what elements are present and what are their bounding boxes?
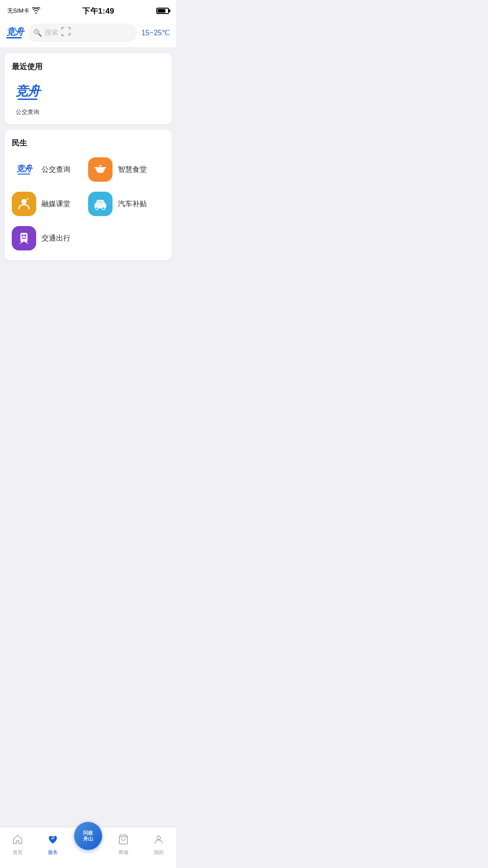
canteen-label: 智慧食堂	[118, 165, 147, 175]
car-icon-wrapper	[88, 192, 113, 216]
svg-rect-7	[22, 235, 23, 236]
status-time: 下午1:49	[82, 6, 114, 16]
scan-icon[interactable]	[61, 27, 71, 39]
bus-service-logo: 竞舟	[16, 165, 32, 175]
status-signal: 无SIM卡	[7, 7, 40, 15]
header: 竞舟 🔍 搜索 15~25℃	[0, 20, 176, 48]
recent-item-label: 公交查询	[16, 108, 39, 116]
search-bar[interactable]: 🔍 搜索	[28, 24, 137, 42]
svg-point-5	[102, 207, 105, 210]
canteen-icon-wrapper	[88, 157, 113, 182]
no-sim-text: 无SIM卡	[7, 7, 29, 15]
recent-logo-bus: 竞舟	[14, 79, 41, 105]
media-label: 融媒课堂	[42, 199, 70, 209]
minsheng-card: 民生 竞舟 公交查询	[5, 130, 172, 260]
svg-point-4	[96, 207, 99, 210]
bus-label: 公交查询	[42, 165, 70, 175]
bus-icon-wrapper: 竞舟	[12, 157, 36, 182]
bowl-svg-icon	[93, 163, 108, 176]
media-icon-wrapper	[12, 192, 36, 216]
traffic-label: 交通出行	[42, 234, 70, 243]
recent-item-bus[interactable]: 竞舟 公交查询	[12, 79, 43, 116]
search-placeholder-text: 搜索	[45, 28, 58, 37]
car-svg-icon	[93, 198, 108, 210]
service-item-traffic[interactable]: 交通出行	[12, 224, 88, 252]
service-item-bus[interactable]: 竞舟 公交查询	[12, 156, 88, 184]
logo-text: 竞舟	[6, 27, 23, 36]
battery-icon	[156, 8, 169, 14]
service-grid: 竞舟 公交查询 智慧食堂	[12, 156, 164, 252]
minsheng-title: 民生	[12, 138, 164, 148]
recent-title: 最近使用	[12, 61, 164, 72]
person-svg-icon	[17, 197, 31, 211]
service-item-media[interactable]: 融媒课堂	[12, 190, 88, 218]
status-bar: 无SIM卡 下午1:49	[0, 0, 176, 20]
wifi-icon	[32, 7, 40, 15]
traffic-icon-wrapper	[12, 226, 36, 250]
bus-logo-icon: 竞舟	[15, 85, 40, 100]
service-item-canteen[interactable]: 智慧食堂	[88, 156, 164, 184]
status-battery	[156, 8, 169, 14]
svg-rect-8	[24, 235, 26, 236]
search-icon: 🔍	[33, 29, 42, 37]
svg-point-2	[27, 198, 28, 199]
svg-point-1	[21, 199, 27, 204]
car-label: 汽车补贴	[118, 199, 147, 209]
svg-rect-6	[20, 233, 28, 242]
app-logo[interactable]: 竞舟	[6, 27, 23, 38]
svg-rect-0	[99, 165, 102, 166]
service-item-car[interactable]: 汽车补贴	[88, 190, 164, 218]
recent-used-card: 最近使用 竞舟 公交查询	[5, 53, 172, 124]
logo-underline	[6, 37, 22, 38]
svg-rect-9	[22, 238, 26, 239]
weather-info: 15~25℃	[141, 28, 170, 37]
train-svg-icon	[17, 231, 31, 245]
main-content: 最近使用 竞舟 公交查询 民生 竞舟 公交查询	[0, 48, 176, 316]
